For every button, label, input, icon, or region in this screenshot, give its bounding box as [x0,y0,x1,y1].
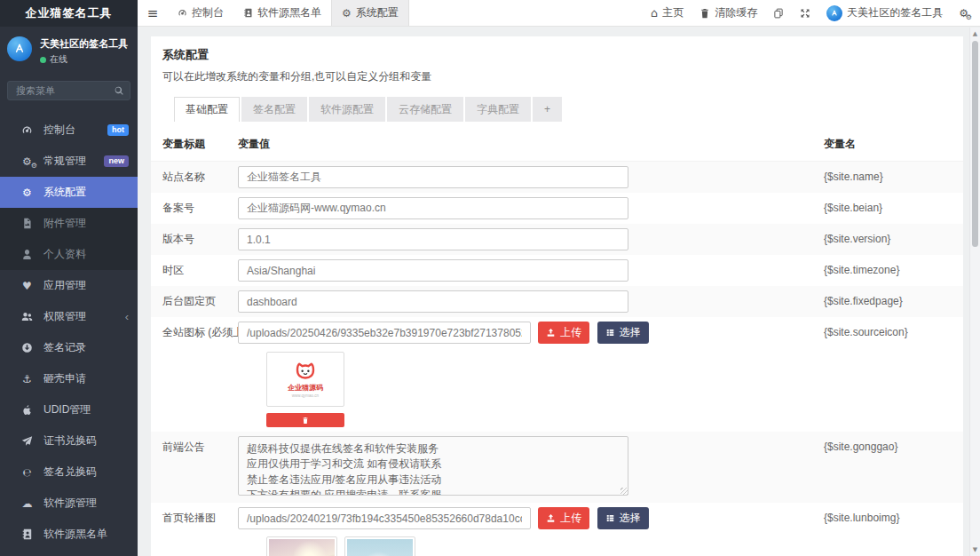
sidebar-item-label: 控制台 [43,123,107,138]
cloud-icon: ☁ [20,498,35,509]
tab-sign-config[interactable]: 签名配置 [241,97,307,122]
sidebar-item-label: 个人资料 [43,247,129,262]
upload-icon [546,513,556,523]
copy-page-button[interactable] [765,0,792,27]
trash-icon [699,8,710,19]
gonggao-textarea[interactable]: 超级科技仅提供在线签名和软件安装服务 应用仅供用于学习和交流 如有侵权请联系 禁… [238,436,628,496]
home-button[interactable]: ⌂主页 [643,0,692,27]
upload-button[interactable]: 上传 [538,322,589,344]
site-icon-path-input[interactable] [238,322,531,344]
vertical-scrollbar[interactable]: ▲ ▼ [969,28,980,556]
sidebar-item-attachment-manage[interactable]: 附件管理 [0,208,138,239]
sidebar-item-dashboard[interactable]: 控制台hot [0,115,138,146]
list-icon [605,328,615,338]
tab-dict-config[interactable]: 字典配置 [465,97,531,122]
variable-name: {$site.sourceicon} [824,322,963,344]
address-book-icon [20,528,35,540]
gear-icon: ⚙ [342,8,352,19]
sidebar-menu: 控制台hot⚙⚙常规管理new⚙系统配置附件管理个人资料♥应用管理权限管理‹签名… [0,115,138,550]
sidebar-item-repo-manage[interactable]: ☁软件源管理 [0,488,138,519]
chevron-left-icon: ‹ [125,310,129,323]
sidebar-item-permission-manage[interactable]: 权限管理‹ [0,301,138,332]
sidebar-item-sign-redeem-code[interactable]: ℮签名兑换码 [0,457,138,488]
gauge-icon [20,124,35,136]
table-row-carousel: 首页轮播图 上传 选择 [151,503,963,556]
sidebar-search [7,81,130,100]
sidebar-item-label: 签名兑换码 [43,465,129,480]
add-tab-button[interactable]: + [533,97,562,122]
user-panel: 天美社区的签名工具 在线 [0,27,138,73]
hamburger-menu-icon[interactable]: ≡ [138,0,168,26]
choose-button[interactable]: 选择 [597,507,649,529]
variable-name: {$site.fixedpage} [824,290,963,313]
topbar-tab-label: 控制台 [192,5,224,20]
upload-button[interactable]: 上传 [538,507,589,529]
sidebar-item-label: 权限管理 [43,309,125,324]
version-input[interactable] [238,228,628,250]
sidebar-item-cert-redeem-code[interactable]: 证书兑换码 [0,425,138,457]
hot-badge: hot [107,124,129,136]
scroll-down-icon[interactable]: ▼ [970,544,980,555]
sidebar-item-sign-records[interactable]: 签名记录 [0,332,138,363]
fullscreen-button[interactable] [792,0,818,27]
sidebar-item-udid-manage[interactable]: UDID管理 [0,394,138,425]
page-subtitle: 可以在此增改系统的变量和分组,也可以自定义分组和变量 [162,69,952,84]
appstore-logo-icon [12,42,27,56]
scroll-up-icon[interactable]: ▲ [970,28,980,39]
trash-icon [302,417,309,425]
sidebar-item-app-manage[interactable]: ♥应用管理 [0,270,138,301]
appstore-logo-icon [830,9,839,18]
avatar [826,5,842,21]
user-status: 在线 [40,53,128,66]
address-book-icon [243,8,253,18]
search-input[interactable] [7,81,130,100]
topbar-tab-repo-blacklist[interactable]: 软件源黑名单 [233,0,331,26]
tab-cloud-storage-config[interactable]: 云存储配置 [387,97,463,122]
settings-button[interactable]: ⚙⚙ [951,0,980,27]
sidebar-item-general-manage[interactable]: ⚙⚙常规管理new [0,146,138,177]
tab-repo-config[interactable]: 软件源配置 [309,97,385,122]
app-title: 企业猫签名工具 [0,0,138,27]
paper-plane-icon [20,435,35,447]
topbar-tab-dashboard[interactable]: 控制台 [168,0,233,26]
table-row-version: 版本号 {$site.version} [151,224,963,255]
variable-name: {$site.beian} [824,197,963,219]
topbar-tab-system-config[interactable]: ⚙ 系统配置 [331,0,409,26]
list-icon [605,513,615,523]
variable-name: {$site.version} [824,228,963,250]
user-icon [20,249,35,260]
online-dot-icon [40,57,46,63]
tab-basic-config[interactable]: 基础配置 [174,97,240,122]
scrollbar-thumb[interactable] [972,41,978,247]
table-row-timezone: 时区 {$site.timezone} [151,255,963,286]
topbar-tab-label: 软件源黑名单 [257,5,321,20]
carousel-path-input[interactable] [238,507,531,529]
sidebar-item-profile[interactable]: 个人资料 [0,239,138,270]
copy-icon [773,8,784,19]
beian-input[interactable] [238,197,628,219]
sidebar-item-label: 系统配置 [43,185,129,200]
sidebar-item-repo-blacklist[interactable]: 软件源黑名单 [0,519,138,550]
choose-button[interactable]: 选择 [597,322,649,344]
avatar[interactable] [7,36,32,61]
table-row-gonggao: 前端公告 超级科技仅提供在线签名和软件安装服务 应用仅供用于学习和交流 如有侵权… [151,432,963,503]
delete-image-button[interactable] [266,413,344,427]
search-icon [114,85,124,96]
table-row-beian: 备案号 {$site.beian} [151,193,963,224]
variable-name: {$site.gonggao} [824,436,963,458]
sidebar-item-label: 砸壳申请 [43,371,129,386]
col-variable-value: 变量值 [238,137,824,152]
site-name-input[interactable] [238,166,628,188]
timezone-input[interactable] [238,259,628,282]
clear-cache-button[interactable]: 清除缓存 [692,0,765,27]
user-menu[interactable]: 天美社区的签名工具 [818,0,951,27]
sidebar-item-label: 常规管理 [43,154,104,169]
sidebar-item-label: 签名记录 [43,340,129,355]
sidebar-item-system-config[interactable]: ⚙系统配置 [0,177,138,208]
circle-down-icon [20,342,35,353]
fixedpage-input[interactable] [238,290,628,313]
file-icon [20,218,35,229]
system-config-card: 系统配置 可以在此增改系统的变量和分组,也可以自定义分组和变量 基础配置 签名配… [151,36,963,556]
sidebar-item-shell-request[interactable]: ⚓砸壳申请 [0,363,138,394]
cat-logo-icon [292,361,319,382]
